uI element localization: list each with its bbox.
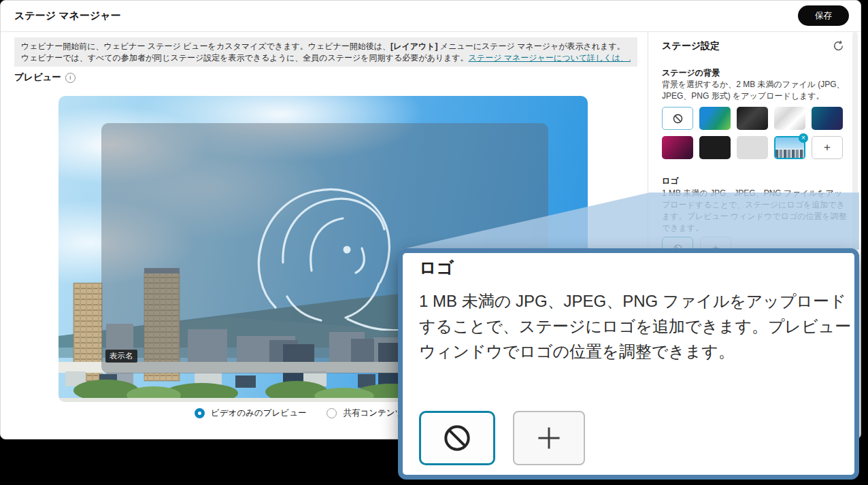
info-icon[interactable]: i [65,73,76,83]
radio-video-only-label: ビデオのみのプレビュー [211,407,306,419]
no-logo-icon [441,422,473,454]
background-thumbnail-light-gray[interactable] [737,136,768,159]
page-title: ステージ マネージャー [14,10,121,22]
popup-logo-upload-button[interactable] [513,411,585,465]
preview-mode-radio-group: ビデオのみのプレビュー 共有コンテンツのプ [195,407,421,419]
banner-line1: ウェビナー開始前に、ウェビナー ステージ ビューをカスタマイズできます。ウェビナ… [21,41,631,52]
radio-unselected-icon[interactable] [327,408,337,418]
layout-menu-emphasis: [レイアウト] [390,41,437,51]
no-background-icon [672,113,684,124]
save-button[interactable]: 保存 [798,5,849,26]
background-thumbnail-blue-green[interactable] [699,107,731,130]
add-icon: + [824,141,831,154]
preview-heading: プレビュー i [14,71,76,84]
background-upload-button[interactable]: + [812,136,843,159]
background-thumbnail-black[interactable] [699,136,731,159]
background-thumbnail-row-2: × + [662,136,843,159]
stage-background-description: 背景を選択するか、2 MB 未満のファイル (JPG、JPEG、PNG 形式) … [662,79,847,102]
stage-background-heading: ステージの背景 [662,67,720,79]
background-thumbnail-dark-wave[interactable] [737,107,768,130]
background-thumbnail-silver-wave[interactable] [774,107,805,130]
sidebar-title: ステージ設定 [662,40,720,52]
refresh-icon[interactable] [833,40,844,52]
background-thumbnail-none[interactable] [662,107,693,130]
stage-manager-help-link[interactable]: ステージ マネージャーについて詳しくは、こちらをご覧ください。 [469,53,631,63]
info-banner: ウェビナー開始前に、ウェビナー ステージ ビューをカスタマイズできます。ウェビナ… [14,37,637,67]
add-icon [534,423,564,453]
magnifier-popup: ロゴ 1 MB 未満の JPG、JPEG、PNG ファイルをアップロードすること… [398,248,859,480]
background-thumbnail-row-1 [662,107,843,130]
banner-line2: ウェビナーでは、すべての参加者が同じステージ設定を表示できるように、全員のステー… [21,52,631,64]
radio-video-only[interactable]: ビデオのみのプレビュー [195,407,306,419]
background-thumbnail-city-selected[interactable]: × [774,136,805,159]
header-bar: ステージ マネージャー 保存 [1,1,861,32]
background-thumbnail-magenta[interactable] [662,136,693,159]
display-name-badge: 表示名 [105,350,137,363]
popup-logo-heading: ロゴ [419,256,454,279]
face-outline-illustration [246,161,402,331]
logo-description: 1 MB 未満の JPG、JPEG、PNG ファイルをアップロードすることで、ス… [662,188,848,234]
popup-logo-none-button[interactable] [419,411,495,465]
background-thumbnail-navy-purple[interactable] [812,107,843,130]
radio-selected-icon[interactable] [195,408,205,418]
popup-button-row [419,411,585,465]
popup-logo-description: 1 MB 未満の JPG、JPEG、PNG ファイルをアップロードすることで、ス… [419,288,861,364]
remove-background-badge[interactable]: × [799,133,808,143]
logo-heading: ロゴ [662,175,679,187]
